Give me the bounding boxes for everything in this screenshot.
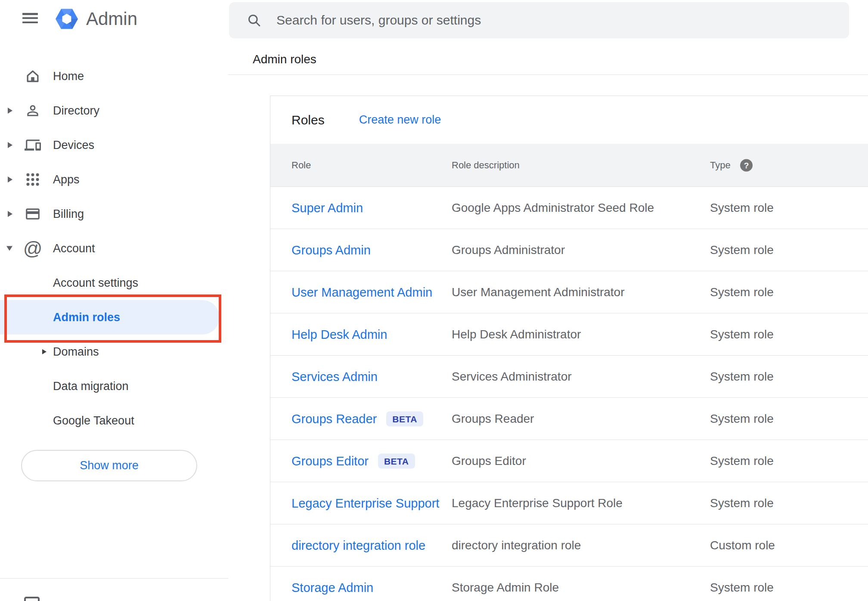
sidebar-divider: [0, 578, 228, 579]
role-description: Services Administrator: [452, 370, 572, 384]
home-icon: [24, 68, 41, 85]
role-link[interactable]: Help Desk Admin: [291, 327, 387, 341]
role-type: System role: [710, 328, 774, 341]
role-type: System role: [710, 370, 774, 384]
chevron-right-icon[interactable]: [8, 142, 12, 148]
role-link[interactable]: directory integration role: [291, 538, 425, 552]
table-row: Services Admin Services Administrator Sy…: [270, 356, 868, 398]
hamburger-menu-icon[interactable]: [22, 13, 38, 23]
role-description: Google Apps Administrator Seed Role: [452, 201, 654, 215]
role-type: Custom role: [710, 539, 775, 552]
table-row: Storage Admin Storage Admin Role System …: [270, 567, 868, 601]
sidebar: Home Directory Devices: [0, 59, 228, 438]
chevron-right-icon[interactable]: [8, 108, 12, 114]
create-new-role-link[interactable]: Create new role: [359, 113, 441, 127]
panel-title: Roles: [291, 113, 325, 127]
role-link[interactable]: Services Admin: [291, 369, 378, 384]
table-row: Groups Editor BETA Groups Editor System …: [270, 440, 868, 482]
role-link[interactable]: Groups Editor: [291, 454, 369, 468]
role-type: System role: [710, 243, 774, 257]
role-type: System role: [710, 496, 774, 510]
table-row: directory integration role directory int…: [270, 524, 868, 567]
feedback-icon[interactable]: [24, 597, 40, 601]
sidebar-item-account-settings[interactable]: Account settings: [0, 266, 228, 300]
person-icon: [24, 102, 41, 119]
column-header-role: Role: [291, 160, 311, 171]
role-link[interactable]: Groups Reader: [291, 412, 377, 426]
table-header-row: Role Role description Type ?: [270, 144, 868, 187]
chevron-right-icon[interactable]: [8, 177, 12, 183]
role-description: Groups Reader: [452, 412, 534, 426]
devices-icon: [24, 136, 41, 154]
role-link[interactable]: Legacy Enterprise Support: [291, 496, 439, 510]
table-row: User Management Admin User Management Ad…: [270, 271, 868, 313]
credit-card-icon: [24, 205, 41, 223]
role-link[interactable]: Groups Admin: [291, 243, 371, 257]
chevron-right-icon[interactable]: [8, 211, 12, 217]
app-title: Admin: [86, 8, 137, 30]
roles-panel: Roles Create new role Role Role descript…: [270, 96, 868, 601]
chevron-down-icon[interactable]: [6, 246, 12, 251]
show-more-button[interactable]: Show more: [21, 450, 197, 481]
table-row: Groups Admin Groups Administrator System…: [270, 229, 868, 271]
sidebar-item-account[interactable]: @ Account: [0, 231, 228, 266]
breadcrumb-divider: [228, 74, 868, 75]
sidebar-item-domains[interactable]: Domains: [0, 335, 228, 369]
chevron-right-icon[interactable]: [42, 349, 46, 354]
table-row: Super Admin Google Apps Administrator Se…: [270, 187, 868, 229]
search-icon: [246, 12, 262, 28]
google-admin-console: Admin Admin roles Home: [0, 0, 868, 601]
sidebar-item-data-migration[interactable]: Data migration: [0, 369, 228, 403]
roles-panel-header: Roles Create new role: [270, 96, 868, 144]
apps-grid-icon: [24, 171, 41, 188]
sidebar-item-google-takeout[interactable]: Google Takeout: [0, 403, 228, 438]
role-description: User Management Administrator: [452, 285, 625, 299]
breadcrumb: Admin roles: [253, 53, 316, 66]
search-bar: [229, 2, 849, 38]
role-link[interactable]: Super Admin: [291, 201, 363, 215]
help-icon[interactable]: ?: [740, 159, 753, 171]
sidebar-item-apps[interactable]: Apps: [0, 162, 228, 197]
sidebar-item-directory[interactable]: Directory: [0, 93, 228, 128]
role-type: System role: [710, 285, 774, 299]
table-row: Legacy Enterprise Support Legacy Enterpr…: [270, 482, 868, 524]
column-header-description: Role description: [452, 160, 520, 171]
sidebar-item-admin-roles[interactable]: Admin roles: [0, 300, 228, 335]
role-type: System role: [710, 581, 774, 595]
role-description: Help Desk Administrator: [452, 328, 581, 341]
role-description: Storage Admin Role: [452, 581, 559, 595]
role-description: Legacy Enterprise Support Role: [452, 496, 623, 510]
role-link[interactable]: Storage Admin: [291, 580, 373, 595]
role-link[interactable]: User Management Admin: [291, 285, 432, 299]
sidebar-item-devices[interactable]: Devices: [0, 128, 228, 162]
admin-logo-icon: [55, 7, 79, 31]
role-description: Groups Administrator: [452, 243, 565, 257]
role-description: Groups Editor: [452, 454, 526, 468]
role-description: directory integration role: [452, 539, 581, 552]
role-type: System role: [710, 454, 774, 468]
table-row: Groups Reader BETA Groups Reader System …: [270, 398, 868, 440]
table-row: Help Desk Admin Help Desk Administrator …: [270, 313, 868, 356]
column-header-type: Type: [710, 160, 731, 171]
roles-table-body: Super Admin Google Apps Administrator Se…: [270, 187, 868, 601]
role-type: System role: [710, 201, 774, 215]
beta-badge: BETA: [378, 453, 415, 468]
role-type: System role: [710, 412, 774, 426]
sidebar-item-billing[interactable]: Billing: [0, 197, 228, 231]
search-input[interactable]: [276, 13, 836, 28]
sidebar-item-home[interactable]: Home: [0, 59, 228, 93]
at-sign-icon: @: [24, 240, 41, 257]
beta-badge: BETA: [386, 411, 423, 426]
